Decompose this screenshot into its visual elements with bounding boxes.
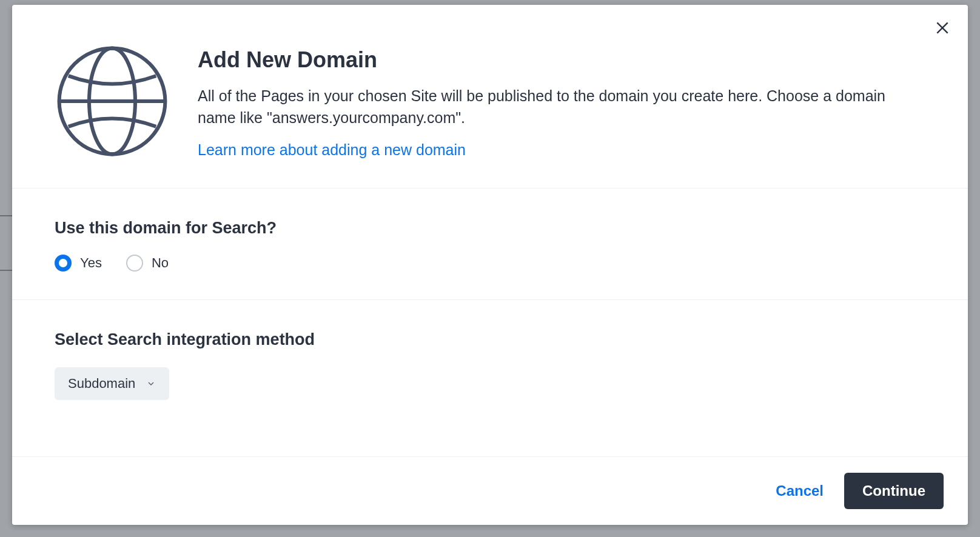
modal-title: Add New Domain bbox=[198, 47, 925, 73]
radio-option-no[interactable]: No bbox=[126, 255, 169, 272]
close-button[interactable] bbox=[933, 18, 952, 38]
modal-header: Add New Domain All of the Pages in your … bbox=[12, 5, 968, 188]
close-icon bbox=[935, 20, 950, 36]
search-usage-section: Use this domain for Search? Yes No bbox=[12, 188, 968, 300]
search-usage-label: Use this domain for Search? bbox=[55, 219, 925, 238]
modal-footer: Cancel Continue bbox=[12, 457, 968, 525]
header-text: Add New Domain All of the Pages in your … bbox=[198, 41, 925, 159]
add-domain-modal: Add New Domain All of the Pages in your … bbox=[12, 5, 968, 525]
search-usage-radio-group: Yes No bbox=[55, 255, 925, 272]
integration-method-section: Select Search integration method Subdoma… bbox=[12, 300, 968, 457]
radio-option-yes[interactable]: Yes bbox=[55, 255, 102, 272]
learn-more-link[interactable]: Learn more about adding a new domain bbox=[198, 141, 466, 159]
cancel-button[interactable]: Cancel bbox=[776, 482, 824, 499]
chevron-down-icon bbox=[146, 379, 156, 389]
radio-icon bbox=[126, 255, 143, 272]
radio-icon bbox=[55, 255, 72, 272]
radio-label-no: No bbox=[152, 255, 169, 271]
continue-button[interactable]: Continue bbox=[844, 473, 944, 509]
modal-description: All of the Pages in your chosen Site wil… bbox=[198, 85, 895, 129]
globe-icon bbox=[55, 44, 170, 159]
dropdown-selected-value: Subdomain bbox=[68, 376, 135, 392]
integration-method-label: Select Search integration method bbox=[55, 330, 925, 349]
integration-method-dropdown[interactable]: Subdomain bbox=[55, 367, 169, 400]
radio-label-yes: Yes bbox=[80, 255, 102, 271]
